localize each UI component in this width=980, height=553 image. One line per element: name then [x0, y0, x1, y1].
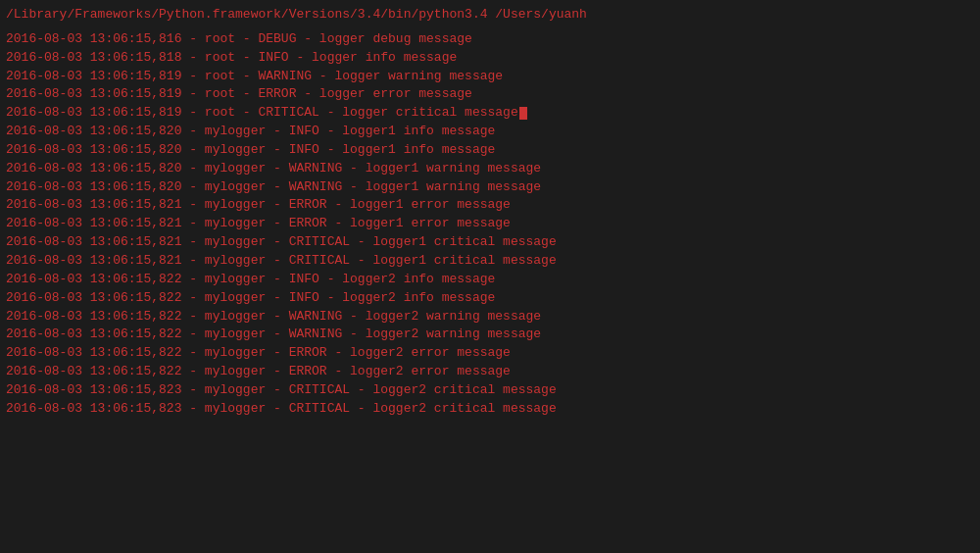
- log-line: 2016-08-03 13:06:15,821 - mylogger - ERR…: [0, 196, 980, 215]
- terminal-window: /Library/Frameworks/Python.framework/Ver…: [0, 0, 980, 553]
- log-line: 2016-08-03 13:06:15,820 - mylogger - WAR…: [0, 178, 980, 197]
- log-line: 2016-08-03 13:06:15,818 - root - INFO - …: [0, 49, 980, 68]
- title-bar: /Library/Frameworks/Python.framework/Ver…: [0, 4, 980, 30]
- log-line: 2016-08-03 13:06:15,823 - mylogger - CRI…: [0, 400, 980, 419]
- log-container: 2016-08-03 13:06:15,816 - root - DEBUG -…: [0, 30, 980, 419]
- log-line: 2016-08-03 13:06:15,822 - mylogger - WAR…: [0, 308, 980, 327]
- log-line: 2016-08-03 13:06:15,816 - root - DEBUG -…: [0, 30, 980, 49]
- log-line: 2016-08-03 13:06:15,822 - mylogger - ERR…: [0, 363, 980, 381]
- log-line: 2016-08-03 13:06:15,822 - mylogger - INF…: [0, 289, 980, 308]
- log-line: 2016-08-03 13:06:15,822 - mylogger - ERR…: [0, 344, 980, 363]
- log-line: 2016-08-03 13:06:15,822 - mylogger - WAR…: [0, 326, 980, 344]
- log-line: 2016-08-03 13:06:15,819 - root - ERROR -…: [0, 85, 980, 104]
- log-line: 2016-08-03 13:06:15,819 - root - WARNING…: [0, 68, 980, 86]
- log-line: 2016-08-03 13:06:15,823 - mylogger - CRI…: [0, 381, 980, 400]
- log-line: 2016-08-03 13:06:15,819 - root - CRITICA…: [0, 104, 980, 123]
- log-line: 2016-08-03 13:06:15,821 - mylogger - CRI…: [0, 233, 980, 252]
- log-line: 2016-08-03 13:06:15,820 - mylogger - INF…: [0, 123, 980, 141]
- log-line: 2016-08-03 13:06:15,820 - mylogger - WAR…: [0, 160, 980, 178]
- log-line: 2016-08-03 13:06:15,821 - mylogger - CRI…: [0, 252, 980, 271]
- terminal-cursor: [519, 107, 527, 120]
- log-line: 2016-08-03 13:06:15,821 - mylogger - ERR…: [0, 215, 980, 233]
- log-line: 2016-08-03 13:06:15,820 - mylogger - INF…: [0, 141, 980, 160]
- log-line: 2016-08-03 13:06:15,822 - mylogger - INF…: [0, 271, 980, 289]
